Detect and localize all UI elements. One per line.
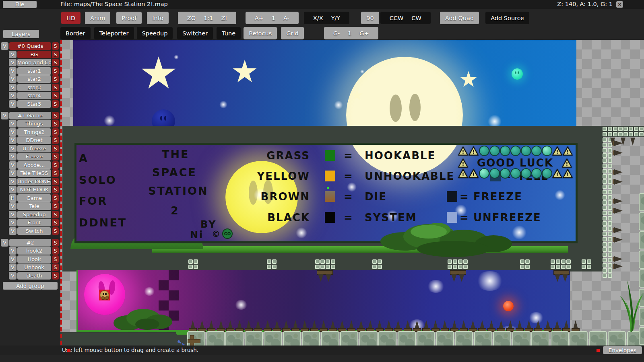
- add-source-button[interactable]: Add Source: [485, 12, 529, 24]
- layer-name-speedup[interactable]: Speedup: [17, 211, 51, 218]
- layer-visibility-toggle[interactable]: V: [9, 84, 17, 91]
- layer-visibility-toggle[interactable]: V: [9, 186, 17, 193]
- layer-name-hook2[interactable]: hook2: [17, 247, 51, 255]
- layer-save-toggle[interactable]: S: [52, 59, 59, 66]
- close-icon[interactable]: ×: [616, 1, 623, 8]
- group-save-toggle[interactable]: S: [52, 239, 59, 247]
- grid-size-controls[interactable]: G-1G+: [324, 27, 378, 39]
- layer-save-toggle[interactable]: S: [52, 92, 59, 99]
- layer-name-star2[interactable]: star2: [17, 75, 51, 83]
- proof-button[interactable]: Proof: [116, 12, 142, 24]
- layers-panel-header[interactable]: Layers: [3, 30, 39, 38]
- layer-save-toggle[interactable]: S: [52, 153, 59, 160]
- group-visibility-toggle[interactable]: V: [1, 42, 8, 50]
- animation-step-controls-a[interactable]: A-: [279, 15, 293, 21]
- layer-save-toggle[interactable]: S: [52, 120, 59, 128]
- animation-step-controls-a[interactable]: A+: [251, 15, 268, 21]
- layer-save-toggle[interactable]: S: [52, 194, 59, 202]
- add-group-button[interactable]: Add group: [3, 282, 58, 290]
- envelopes-button[interactable]: Envelopes: [603, 346, 642, 354]
- grid-button[interactable]: Grid: [281, 27, 303, 39]
- flip-controls[interactable]: X/XY/Y: [304, 12, 349, 24]
- rotate-controls-cw[interactable]: CW: [407, 15, 425, 21]
- layer-name-front[interactable]: Front: [17, 219, 51, 226]
- switcher-button[interactable]: Switcher: [177, 27, 213, 39]
- refocus-button[interactable]: Refocus: [244, 27, 277, 39]
- layer-visibility-toggle[interactable]: V: [9, 145, 17, 152]
- layer-name-game[interactable]: Game: [17, 194, 51, 202]
- layer-name-things[interactable]: Things: [17, 120, 51, 128]
- group-save-toggle[interactable]: S: [52, 112, 59, 119]
- layer-visibility-toggle[interactable]: V: [9, 67, 17, 75]
- layer-name-freeze[interactable]: Freeze: [17, 153, 51, 160]
- anim-button[interactable]: Anim: [85, 12, 110, 24]
- layer-name-unhook[interactable]: Unhook: [17, 263, 51, 271]
- group-name--2[interactable]: #2: [9, 239, 51, 247]
- layer-visibility-toggle[interactable]: V: [9, 161, 17, 169]
- layer-name-abcde-[interactable]: Abcde...: [17, 161, 51, 169]
- speedup-button[interactable]: Speedup: [137, 27, 173, 39]
- tune-button[interactable]: Tune: [217, 27, 241, 39]
- layer-visibility-toggle[interactable]: V: [9, 202, 17, 210]
- layer-visibility-toggle[interactable]: V: [9, 263, 17, 271]
- rotate-angle-button[interactable]: 90: [361, 12, 379, 24]
- layer-visibility-toggle[interactable]: V: [9, 169, 17, 177]
- zoom-controls-zo[interactable]: ZO: [183, 15, 200, 21]
- hd-button[interactable]: HD: [61, 12, 80, 24]
- layer-save-toggle[interactable]: S: [52, 202, 59, 210]
- add-quad-button[interactable]: Add Quad: [440, 12, 479, 24]
- layer-name-star5[interactable]: Star5: [17, 100, 51, 108]
- animation-step-controls[interactable]: A+1A-: [246, 12, 299, 24]
- file-menu-button[interactable]: File: [3, 1, 37, 8]
- layer-visibility-toggle[interactable]: V: [9, 219, 17, 226]
- layer-save-toggle[interactable]: S: [52, 247, 59, 255]
- group-save-toggle[interactable]: S: [52, 42, 59, 50]
- layer-visibility-toggle[interactable]: V: [9, 153, 17, 160]
- layer-save-toggle[interactable]: S: [52, 51, 59, 58]
- group-name--1-game[interactable]: #1 Game: [9, 112, 51, 119]
- flip-controls-yy[interactable]: Y/Y: [327, 15, 345, 21]
- flip-controls-xx[interactable]: X/X: [309, 15, 327, 21]
- zoom-controls-zi[interactable]: ZI: [217, 15, 231, 21]
- layer-name-tele[interactable]: Tele: [17, 202, 51, 210]
- layer-visibility-toggle[interactable]: V: [9, 59, 17, 66]
- group-visibility-toggle[interactable]: V: [1, 239, 8, 247]
- layer-name-star1[interactable]: star1: [17, 67, 51, 75]
- layer-visibility-toggle[interactable]: H: [9, 194, 17, 202]
- layer-save-toggle[interactable]: S: [52, 169, 59, 177]
- rotate-controls[interactable]: CCWCW: [380, 12, 431, 24]
- layer-name-switch[interactable]: Switch: [17, 227, 51, 235]
- layer-name-under-ddnet[interactable]: Under DDNET: [17, 178, 51, 185]
- layer-name-death[interactable]: Death: [17, 272, 51, 280]
- layer-name-star4[interactable]: star4: [17, 92, 51, 99]
- layer-save-toggle[interactable]: S: [52, 75, 59, 83]
- layer-save-toggle[interactable]: S: [52, 272, 59, 280]
- layer-save-toggle[interactable]: S: [52, 136, 59, 144]
- layer-visibility-toggle[interactable]: V: [9, 247, 17, 255]
- layer-save-toggle[interactable]: S: [52, 84, 59, 91]
- layer-visibility-toggle[interactable]: V: [9, 120, 17, 128]
- layer-save-toggle[interactable]: S: [52, 227, 59, 235]
- layer-save-toggle[interactable]: S: [52, 255, 59, 263]
- layer-visibility-toggle[interactable]: V: [9, 211, 17, 218]
- layer-visibility-toggle[interactable]: V: [9, 255, 17, 263]
- layer-visibility-toggle[interactable]: V: [9, 75, 17, 83]
- layer-visibility-toggle[interactable]: V: [9, 136, 17, 144]
- layer-save-toggle[interactable]: S: [52, 161, 59, 169]
- animation-step-controls-1[interactable]: 1: [268, 15, 279, 21]
- rotate-controls-ccw[interactable]: CCW: [386, 15, 408, 21]
- zoom-controls-11[interactable]: 1:1: [200, 15, 217, 21]
- group-visibility-toggle[interactable]: V: [1, 112, 8, 119]
- layer-name-not-hook[interactable]: NOT HOOK: [17, 186, 51, 193]
- grid-size-controls-g[interactable]: G-: [329, 30, 344, 37]
- layer-save-toggle[interactable]: S: [52, 263, 59, 271]
- layer-name-tele-tiless[interactable]: Tele TileSS: [17, 169, 51, 177]
- layer-name-ddnet[interactable]: DDnet: [17, 136, 51, 144]
- layer-save-toggle[interactable]: S: [52, 178, 59, 185]
- layer-save-toggle[interactable]: S: [52, 219, 59, 226]
- layer-save-toggle[interactable]: S: [52, 67, 59, 75]
- grid-size-controls-1[interactable]: 1: [344, 30, 355, 37]
- layer-visibility-toggle[interactable]: V: [9, 100, 17, 108]
- layer-visibility-toggle[interactable]: V: [9, 128, 17, 136]
- layer-visibility-toggle[interactable]: V: [9, 92, 17, 99]
